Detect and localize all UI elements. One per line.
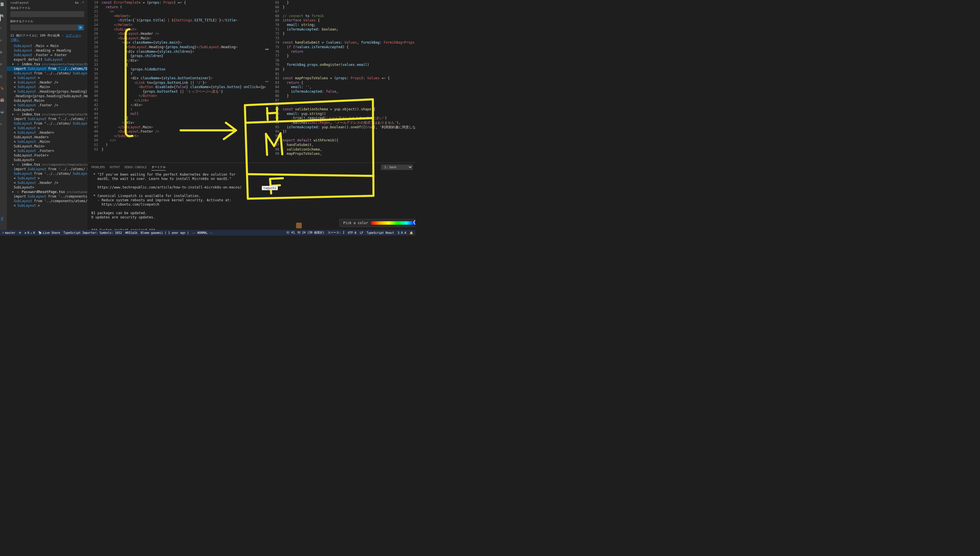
calendar-icon[interactable]: 📅 (0, 98, 7, 105)
status-blame[interactable]: Blame gaaamii ( 1 year ago ) (141, 231, 189, 234)
search-match[interactable]: import SubLayout from '../../atoms/SubLa… (7, 66, 87, 71)
include-input[interactable] (10, 11, 84, 17)
search-match[interactable]: <SubLayout.Main> (7, 139, 87, 144)
search-match[interactable]: SubLayout from "../../atoms/SubLayout"; (7, 121, 87, 126)
exclude-label: 除外するファイル (7, 19, 87, 24)
extensions-icon[interactable]: ⊞ (0, 50, 7, 57)
search-file-header[interactable]: ▾⚛index.tsx src/components/templates/Err… (7, 62, 87, 66)
status-errors[interactable]: ⊘ 0 ⚠ 0 (24, 231, 35, 234)
refresh-search-icon[interactable]: ⟳ (78, 25, 83, 30)
search-match[interactable]: SubLayout.Footer = Footer (7, 53, 87, 57)
status-vim-mode: -- NORMAL -- (192, 231, 213, 234)
include-label: 含めるファイル (7, 5, 87, 11)
editor-right-code[interactable]: }}// connect to formikinterface Values {… (283, 0, 415, 163)
search-option-case-icon[interactable]: Aa (75, 1, 79, 4)
liveshare-avatar (296, 223, 302, 228)
search-match[interactable]: <SubLayout.Header /> (7, 181, 87, 185)
color-picker[interactable]: Pick a color (340, 219, 415, 227)
terminal-selector[interactable]: 1: bash (381, 165, 413, 170)
status-encoding[interactable]: UTF-8 (348, 231, 356, 235)
search-match[interactable]: SubLayout from '../../atoms/SubLayout'; (7, 171, 87, 176)
search-match[interactable]: SubLayout.Footer> (7, 153, 87, 158)
remote-icon[interactable]: ⎋ (0, 62, 7, 69)
debug-icon[interactable]: ▷ (0, 38, 7, 45)
search-match[interactable]: SubLayout from '../components/atoms/SubL… (7, 199, 87, 203)
search-match[interactable]: <SubLayout> (7, 176, 87, 181)
status-liveshare[interactable]: 📡 Live Share (38, 231, 60, 234)
search-file-header[interactable]: ▾⚛index.tsx src/components/templates/Hom… (7, 112, 87, 116)
search-file-header[interactable]: ▾⚛index.tsx src/components/templates/Lan… (7, 162, 87, 167)
exclude-input[interactable] (10, 24, 84, 31)
status-position[interactable]: 行 41、列 24 (30 個選択) (287, 231, 324, 235)
search-match[interactable]: <SubLayout.Heading>{props.heading} (7, 89, 87, 94)
tab-output[interactable]: OUTPUT (110, 165, 120, 170)
extra-icon-1[interactable]: ◫ (0, 74, 7, 81)
status-lang[interactable]: TypeScript React (367, 231, 394, 235)
tab-debug-console[interactable]: DEBUG CONSOLE (125, 165, 147, 170)
tab-problems[interactable]: PROBLEMS (91, 165, 105, 170)
docker-icon[interactable]: 🐳 (0, 110, 7, 117)
search-match[interactable]: SubLayout from '../../atoms/SubLayout/in… (7, 71, 87, 76)
editor-left[interactable]: 1920212223242526272829303132333435363738… (88, 0, 269, 163)
search-match[interactable]: export default SubLayout (7, 57, 87, 62)
search-match[interactable]: <SubLayout.Footer> (7, 149, 87, 153)
color-picker-label: Pick a color (343, 221, 368, 225)
search-match[interactable]: SubLayout.Header> (7, 135, 87, 139)
search-query: sublayout (12, 1, 29, 4)
status-branch[interactable]: ⑂ master (2, 231, 15, 234)
search-results-tree: SubLayout.Main = MainSubLayout.Heading =… (7, 44, 87, 236)
search-match[interactable]: <SubLayout> (7, 76, 87, 80)
search-match[interactable]: SubLayout.Main> (7, 99, 87, 103)
status-commit[interactable]: #651a1b (125, 231, 137, 234)
status-spaces[interactable]: スペース: 2 (328, 231, 344, 235)
search-match[interactable]: <SubLayout.Main> (7, 85, 87, 89)
search-match[interactable]: <SubLayout.Header> (7, 130, 87, 135)
color-gradient-slider[interactable] (371, 221, 415, 225)
status-bell-icon[interactable]: 🔔 (409, 231, 413, 235)
editor-right-gutter: 6566676869707172737475767778798081828384… (269, 0, 283, 163)
explorer-icon[interactable]: 📄 (0, 2, 7, 9)
search-match[interactable]: import SubLayout from '../components/ato… (7, 194, 87, 199)
search-option-regex-icon[interactable]: .* (81, 1, 84, 4)
search-match[interactable]: SubLayout.Heading = Heading (7, 48, 87, 53)
editor-right[interactable]: 6566676869707172737475767778798081828384… (269, 0, 415, 163)
tab-terminal[interactable]: ターミナル (152, 164, 166, 171)
status-sync-icon[interactable]: ⟳ (19, 231, 21, 234)
search-file-header[interactable]: ▾⚛PasswordResetPage.tsx src/containers/p… (7, 190, 87, 194)
color-thumb[interactable] (414, 220, 415, 225)
search-match[interactable]: SubLayout.Main> (7, 144, 87, 149)
status-eol[interactable]: LF (360, 231, 363, 235)
atom-icon[interactable]: ⚛ (0, 122, 7, 129)
activity-bar: 📄 🔍 ⑂ ▷ ⊞ ⎋ ◫ 🔖 📅 🐳 ⚛ 👤 ⚙ (0, 0, 7, 236)
search-match[interactable]: <SubLayout.Footer /> (7, 103, 87, 107)
editor-left-code[interactable]: const ErrorTemplate = (props: Props) => … (102, 0, 265, 163)
status-version[interactable]: 3.9.4 (398, 231, 406, 235)
search-match[interactable]: SubLayout> (7, 107, 87, 112)
status-ts-importer: TypeScript Importer: Symbols: 1652 (63, 231, 122, 234)
bookmark-icon[interactable]: 🔖 (0, 86, 7, 93)
search-match[interactable]: <SubLayout.Header /> (7, 80, 87, 85)
account-icon[interactable]: 👤 (0, 217, 7, 223)
results-summary: 11 個のファイルに 100 件の結果 - エディターで開く (7, 32, 87, 44)
search-sidebar: ▾ sublayout Aa .* 含めるファイル 除外するファイル ⟳ 11 … (7, 0, 88, 236)
editor-area: 1920212223242526272829303132333435363738… (88, 0, 415, 236)
search-match[interactable]: .Heading>{props.heading}SubLayout.Headin… (7, 94, 87, 99)
search-match[interactable]: <SubLayout> (7, 126, 87, 130)
search-match[interactable]: <SubLayout> (7, 203, 87, 208)
editor-left-gutter: 1920212223242526272829303132333435363738… (88, 0, 102, 163)
minimap-left[interactable] (265, 0, 268, 163)
scm-icon[interactable]: ⑂ (0, 26, 7, 33)
status-bar: ⑂ master ⟳ ⊘ 0 ⚠ 0 📡 Live Share TypeScri… (0, 230, 415, 236)
search-match[interactable]: SubLayout> (7, 158, 87, 162)
search-icon[interactable]: 🔍 (0, 14, 7, 21)
panel-tabs: PROBLEMS OUTPUT DEBUG CONSOLE ターミナル 1: b… (88, 163, 415, 171)
search-match[interactable]: SubLayout> (7, 185, 87, 190)
search-match[interactable]: import SubLayout from '../../atoms/SubLa… (7, 167, 87, 171)
search-match[interactable]: SubLayout.Main = Main (7, 44, 87, 48)
search-match[interactable]: import SubLayout from "../../atoms/SubLa… (7, 116, 87, 121)
